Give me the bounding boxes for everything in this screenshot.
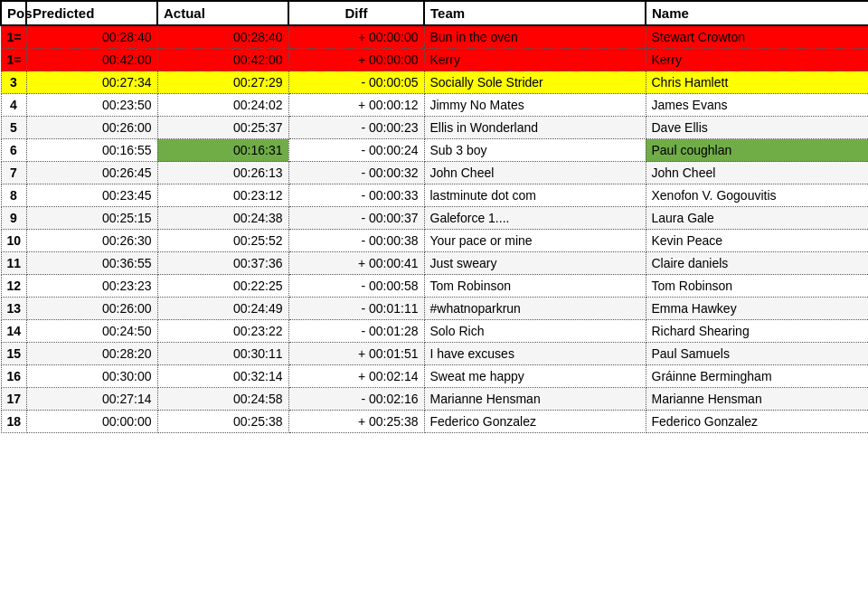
cell-actual: 00:25:37 [157,117,288,139]
cell-team: Kerry [424,49,646,71]
cell-actual: 00:37:36 [157,252,288,275]
table-row: 1700:27:1400:24:58- 00:02:16Marianne Hen… [1,388,868,411]
table-row: 1300:26:0000:24:49- 00:01:11#whatnoparkr… [1,298,868,320]
cell-team: Marianne Hensman [424,388,646,411]
table-row: 300:27:3400:27:29- 00:00:05Socially Sole… [1,71,868,94]
cell-predicted: 00:00:00 [26,411,157,433]
cell-pos: 3 [1,71,26,94]
cell-team: Federico Gonzalez [424,411,646,433]
cell-diff: - 00:02:16 [288,388,424,411]
cell-pos: 14 [1,320,26,343]
cell-name: Kevin Peace [646,230,868,252]
cell-pos: 12 [1,275,26,298]
cell-actual: 00:24:38 [157,207,288,230]
cell-pos: 11 [1,252,26,275]
table-row: 1800:00:0000:25:38+ 00:25:38Federico Gon… [1,411,868,433]
cell-actual: 00:28:40 [157,25,288,49]
col-header-name: Name [646,1,868,25]
cell-name: Paul coughlan [646,139,868,162]
cell-actual: 00:23:22 [157,320,288,343]
cell-predicted: 00:16:55 [26,139,157,162]
cell-pos: 10 [1,230,26,252]
cell-predicted: 00:23:50 [26,94,157,117]
col-header-actual: Actual [157,1,288,25]
table-row: 1=00:42:0000:42:00+ 00:00:00KerryKerry [1,49,868,71]
cell-pos: 1= [1,49,26,71]
cell-actual: 00:27:29 [157,71,288,94]
cell-team: Sweat me happy [424,365,646,388]
cell-team: Bun in the oven [424,25,646,49]
cell-diff: - 00:00:32 [288,162,424,184]
cell-diff: - 00:00:05 [288,71,424,94]
col-header-team: Team [424,1,646,25]
cell-actual: 00:25:38 [157,411,288,433]
cell-pos: 5 [1,117,26,139]
cell-team: Ellis in Wonderland [424,117,646,139]
cell-predicted: 00:27:34 [26,71,157,94]
cell-name: Kerry [646,49,868,71]
cell-pos: 18 [1,411,26,433]
cell-team: Solo Rich [424,320,646,343]
cell-pos: 9 [1,207,26,230]
table-row: 1100:36:5500:37:36+ 00:00:41Just swearyC… [1,252,868,275]
cell-diff: + 00:00:00 [288,49,424,71]
cell-pos: 16 [1,365,26,388]
cell-predicted: 00:28:40 [26,25,157,49]
cell-pos: 15 [1,343,26,365]
cell-team: lastminute dot com [424,184,646,207]
cell-team: Socially Sole Strider [424,71,646,94]
cell-name: Stewart Crowton [646,25,868,49]
cell-diff: - 00:00:58 [288,275,424,298]
cell-team: Sub 3 boy [424,139,646,162]
cell-name: Richard Shearing [646,320,868,343]
cell-team: Just sweary [424,252,646,275]
cell-diff: - 00:00:33 [288,184,424,207]
cell-predicted: 00:24:50 [26,320,157,343]
table-row: 1=00:28:4000:28:40+ 00:00:00Bun in the o… [1,25,868,49]
col-header-predicted: Predicted [26,1,157,25]
cell-diff: + 00:00:12 [288,94,424,117]
cell-team: John Cheel [424,162,646,184]
cell-diff: + 00:25:38 [288,411,424,433]
cell-actual: 00:25:52 [157,230,288,252]
table-row: 1600:30:0000:32:14+ 00:02:14Sweat me hap… [1,365,868,388]
cell-team: Your pace or mine [424,230,646,252]
cell-actual: 00:24:49 [157,298,288,320]
cell-pos: 17 [1,388,26,411]
cell-predicted: 00:42:00 [26,49,157,71]
cell-predicted: 00:30:00 [26,365,157,388]
cell-predicted: 00:28:20 [26,343,157,365]
results-table: Pos Predicted Actual Diff Team Name 1=00… [0,0,868,433]
cell-name: Gráinne Bermingham [646,365,868,388]
cell-team: Jimmy No Mates [424,94,646,117]
cell-pos: 1= [1,25,26,49]
table-row: 1200:23:2300:22:25- 00:00:58Tom Robinson… [1,275,868,298]
table-row: 1400:24:5000:23:22- 00:01:28Solo RichRic… [1,320,868,343]
cell-diff: + 00:00:41 [288,252,424,275]
cell-predicted: 00:26:00 [26,298,157,320]
cell-pos: 8 [1,184,26,207]
cell-actual: 00:24:02 [157,94,288,117]
col-header-diff: Diff [288,1,424,25]
cell-team: Galeforce 1.... [424,207,646,230]
table-row: 1500:28:2000:30:11+ 00:01:51I have excus… [1,343,868,365]
cell-pos: 4 [1,94,26,117]
cell-diff: + 00:02:14 [288,365,424,388]
cell-name: John Cheel [646,162,868,184]
cell-diff: - 00:00:23 [288,117,424,139]
table-row: 800:23:4500:23:12- 00:00:33lastminute do… [1,184,868,207]
cell-predicted: 00:27:14 [26,388,157,411]
cell-name: Emma Hawkey [646,298,868,320]
cell-diff: + 00:01:51 [288,343,424,365]
cell-name: Federico Gonzalez [646,411,868,433]
cell-diff: + 00:00:00 [288,25,424,49]
cell-actual: 00:26:13 [157,162,288,184]
col-header-pos: Pos [1,1,26,25]
cell-diff: - 00:00:37 [288,207,424,230]
cell-diff: - 00:00:38 [288,230,424,252]
cell-name: Dave Ellis [646,117,868,139]
cell-predicted: 00:26:00 [26,117,157,139]
cell-predicted: 00:26:30 [26,230,157,252]
cell-actual: 00:32:14 [157,365,288,388]
cell-name: Laura Gale [646,207,868,230]
